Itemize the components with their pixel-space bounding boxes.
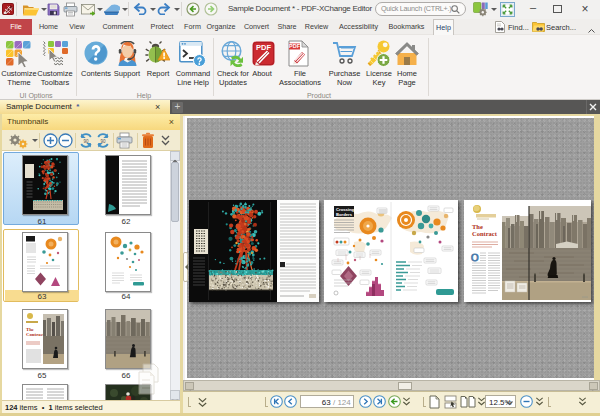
svg-text:Contract: Contract [26, 332, 45, 337]
svg-text:Borders: Borders [336, 212, 353, 217]
svg-text:PDF: PDF [256, 43, 271, 52]
svg-text:90: 90 [83, 139, 89, 144]
svg-text:Contract: Contract [472, 230, 498, 237]
svg-text:O: O [471, 252, 479, 263]
svg-text:The: The [472, 223, 483, 230]
svg-text:90: 90 [100, 139, 106, 144]
svg-text:PDF: PDF [289, 43, 301, 49]
